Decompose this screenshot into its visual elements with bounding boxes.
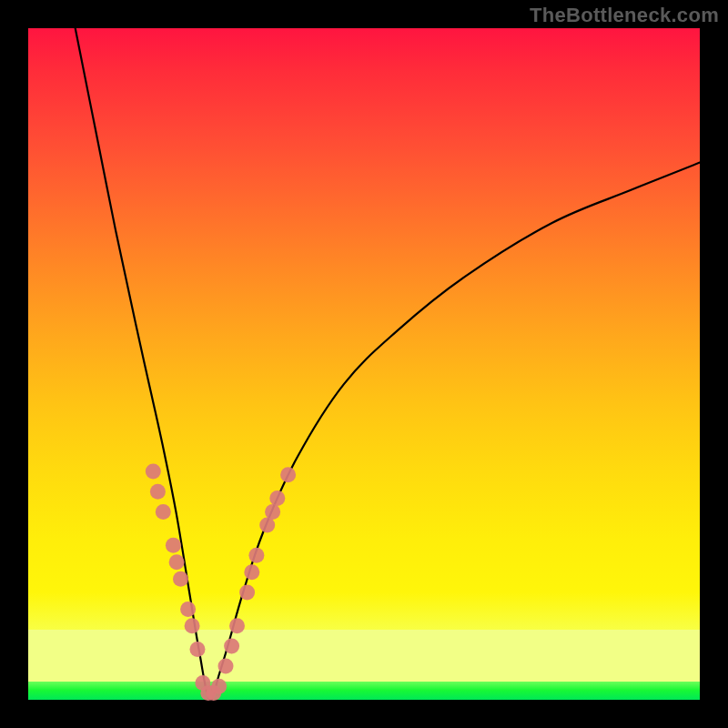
plot-area: [28, 28, 700, 700]
data-marker: [185, 618, 200, 633]
data-marker: [280, 467, 296, 482]
data-marker: [229, 618, 245, 633]
data-marker: [248, 548, 264, 563]
data-marker: [239, 584, 255, 600]
data-marker: [146, 464, 161, 480]
bottleneck-curve: [76, 28, 700, 700]
data-marker: [269, 490, 285, 506]
watermark-text: TheBottleneck.com: [530, 4, 719, 27]
data-marker: [218, 659, 234, 674]
data-marker: [259, 518, 275, 533]
data-marker: [211, 679, 227, 694]
data-marker: [166, 538, 181, 553]
data-marker: [173, 571, 188, 587]
curve-layer: [28, 28, 700, 700]
data-marker: [265, 504, 280, 520]
data-marker: [190, 642, 206, 657]
chart-frame: TheBottleneck.com: [0, 0, 728, 728]
data-marker: [156, 504, 171, 520]
marker-group: [146, 464, 296, 701]
data-marker: [244, 564, 259, 580]
data-marker: [180, 602, 196, 617]
data-marker: [169, 554, 185, 570]
data-marker: [150, 484, 166, 500]
data-marker: [224, 639, 239, 654]
